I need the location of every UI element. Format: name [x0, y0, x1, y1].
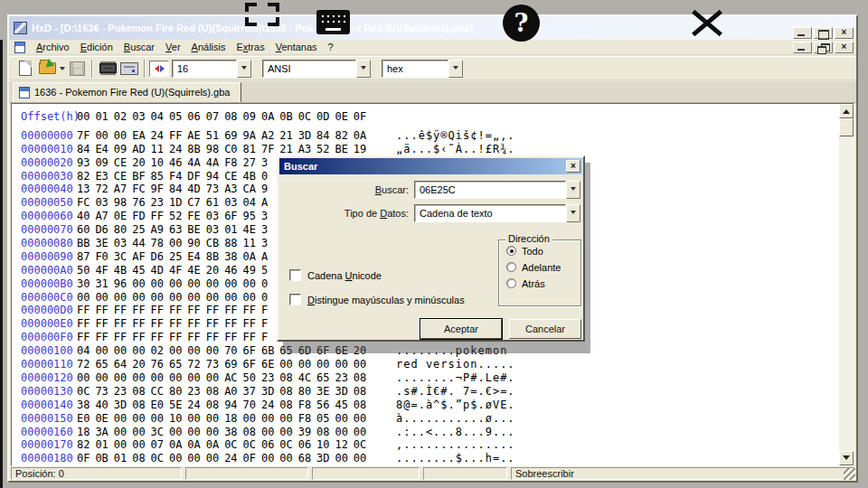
hex-row[interactable]: 000001107265642076657273696F6E0000000000…	[21, 358, 854, 371]
new-file-icon	[19, 61, 32, 76]
mdi-document-icon[interactable]	[14, 42, 25, 53]
encoding-dropdown[interactable]	[356, 60, 371, 78]
hex-row[interactable]: 000000007F0000EA24FFAE51699AA2213D84820A…	[21, 129, 854, 143]
mdi-minimize-button[interactable]	[793, 42, 812, 53]
checkbox-box[interactable]	[289, 269, 301, 281]
window-titlebar: HxD - [D:\1636 - Pokemon Fire Red (U)(Sq…	[9, 16, 856, 40]
hex-row[interactable]: 00000160183A00003C0000003808000039080000…	[21, 426, 854, 439]
search-label: Buscar:	[288, 184, 409, 195]
tab-file-icon	[19, 87, 30, 99]
checkbox-cadena-unicode[interactable]: Cadena Unicode	[289, 269, 382, 281]
ram-chip-icon	[99, 63, 117, 73]
save-floppy-icon	[70, 61, 85, 76]
search-input[interactable]: 06E25C	[414, 181, 580, 199]
dialog-close-icon[interactable]: ×	[566, 160, 580, 173]
search-dropdown-button[interactable]	[566, 181, 580, 199]
maximize-button[interactable]	[814, 27, 833, 39]
checkbox-distingue-mayusculas[interactable]: Distingue mayúsculas y minúsculas	[289, 294, 465, 305]
hex-row[interactable]: 000001200000000000000000AC5023084C652308…	[21, 371, 854, 385]
resize-grip[interactable]	[844, 468, 855, 480]
radio-atrs[interactable]: Atrás	[506, 277, 580, 289]
search-value[interactable]: 06E25C	[414, 181, 566, 199]
menu-items: ArchivoEdiciónBuscarVerAnálisisExtrasVen…	[31, 41, 339, 54]
hex-row[interactable]: 0000017082010000070A0A0A0C0C060C0610120C…	[21, 438, 854, 452]
datatype-label: Tipo de Datos:	[288, 208, 409, 219]
cancelar-button[interactable]: Cancelar	[509, 319, 581, 339]
menu-item-buscar[interactable]: Buscar	[118, 41, 160, 54]
open-dropdown-button[interactable]	[58, 59, 66, 79]
encoding-select[interactable]: ANSI	[262, 60, 371, 78]
hex-row[interactable]: 000001800F0B01080C000000240F0000683D0000…	[21, 452, 854, 465]
checkbox-box[interactable]	[289, 294, 301, 305]
menu-item-extras[interactable]: Extras	[231, 41, 269, 54]
open-folder-icon	[39, 62, 56, 74]
hxd-app-icon	[14, 22, 27, 34]
scroll-thumb[interactable]	[839, 118, 854, 136]
toolbar-separator	[91, 60, 93, 78]
tab-bar: 1636 - Pokemon Fire Red (U)(Squirrels).g…	[9, 81, 856, 103]
close-overlay-icon[interactable]	[691, 8, 723, 37]
hex-row[interactable]: 0000014038403D08E05E240894702408F8564508…	[21, 399, 854, 412]
open-disk-button[interactable]	[118, 59, 140, 79]
encoding-value[interactable]: ANSI	[262, 60, 356, 78]
keyboard-icon[interactable]	[316, 10, 350, 34]
menu-bar: ArchivoEdiciónBuscarVerAnálisisExtrasVen…	[9, 40, 856, 55]
offset-base-select[interactable]: hex	[382, 60, 463, 78]
dialog-shadow	[283, 342, 590, 353]
menu-item-edicin[interactable]: Edición	[75, 41, 118, 54]
close-button[interactable]: ×	[835, 27, 854, 39]
menu-item-ver[interactable]: Ver	[160, 41, 186, 54]
status-bar: Posición: 0 Sobreescribir	[9, 466, 856, 481]
offset-base-dropdown[interactable]	[448, 60, 463, 78]
hex-row[interactable]: 0000001084E409AD11248B98C0817F21A352BE19…	[21, 143, 854, 156]
bytes-per-row-dropdown[interactable]	[237, 60, 251, 78]
dialog-shadow	[585, 163, 590, 342]
menu-item-anlisis[interactable]: Análisis	[186, 41, 231, 54]
menu-item-ventanas[interactable]: Ventanas	[270, 41, 323, 54]
new-file-button[interactable]	[14, 59, 36, 79]
hex-row[interactable]: 000001300C732308CC802308A0373D08803E3D08…	[21, 385, 854, 399]
mdi-close-button[interactable]: ×	[835, 42, 854, 53]
direction-label: Dirección	[505, 233, 552, 244]
screen: HxD - [D:\1636 - Pokemon Fire Red (U)(Sq…	[0, 0, 868, 488]
window-title: HxD - [D:\1636 - Pokemon Fire Red (U)(Sq…	[32, 23, 791, 33]
radio-adelante[interactable]: Adelante	[506, 261, 580, 273]
bytes-per-row-value[interactable]: 16	[172, 60, 237, 78]
menu-item-?[interactable]: ?	[323, 41, 339, 54]
tab-active[interactable]: 1636 - Pokemon Fire Red (U)(Squirrels).g…	[13, 82, 241, 102]
dialog-titlebar: Buscar ×	[279, 158, 582, 174]
toolbar-separator	[144, 60, 146, 78]
status-panel-4	[423, 467, 507, 480]
help-icon[interactable]: ?	[503, 5, 540, 42]
datatype-dropdown-button[interactable]	[566, 204, 580, 222]
menu-item-archivo[interactable]: Archivo	[31, 41, 75, 54]
save-button[interactable]	[66, 59, 88, 79]
aceptar-button[interactable]: Aceptar	[420, 319, 502, 339]
open-ram-button[interactable]	[97, 59, 118, 79]
bytes-per-row-select[interactable]: 16	[172, 60, 251, 78]
scroll-up-button[interactable]	[839, 104, 854, 118]
open-file-button[interactable]	[36, 59, 58, 79]
status-panel-2	[185, 467, 308, 480]
offset-base-value[interactable]: hex	[382, 60, 448, 78]
status-mode: Sobreescribir	[511, 467, 854, 480]
dialog-title: Buscar	[284, 161, 317, 172]
disk-drive-icon	[120, 62, 138, 75]
fullscreen-icon[interactable]	[245, 3, 279, 26]
minimize-button[interactable]	[793, 27, 812, 39]
mdi-restore-button[interactable]	[814, 42, 833, 53]
screen-left-edge	[0, 40, 3, 488]
scroll-down-button[interactable]	[839, 451, 854, 465]
status-position: Posición: 0	[11, 467, 182, 480]
datatype-value[interactable]: Cadena de texto	[414, 204, 566, 222]
direction-groupbox: Dirección TodoAdelanteAtrás	[498, 239, 581, 306]
bytes-per-row-icon	[149, 61, 169, 77]
hex-row[interactable]: 00000150E00E00000010000018000000F8050000…	[21, 412, 854, 426]
datatype-select[interactable]: Cadena de texto	[414, 204, 580, 222]
tab-label: 1636 - Pokemon Fire Red (U)(Squirrels).g…	[34, 87, 230, 98]
status-panel-3	[312, 467, 420, 480]
radio-todo[interactable]: Todo	[506, 245, 580, 257]
vertical-scrollbar[interactable]	[839, 104, 854, 465]
toolbar: 16 ANSI hex	[9, 56, 856, 80]
buscar-dialog: Buscar × Buscar: 06E25C Tipo de Datos: C…	[277, 155, 585, 342]
